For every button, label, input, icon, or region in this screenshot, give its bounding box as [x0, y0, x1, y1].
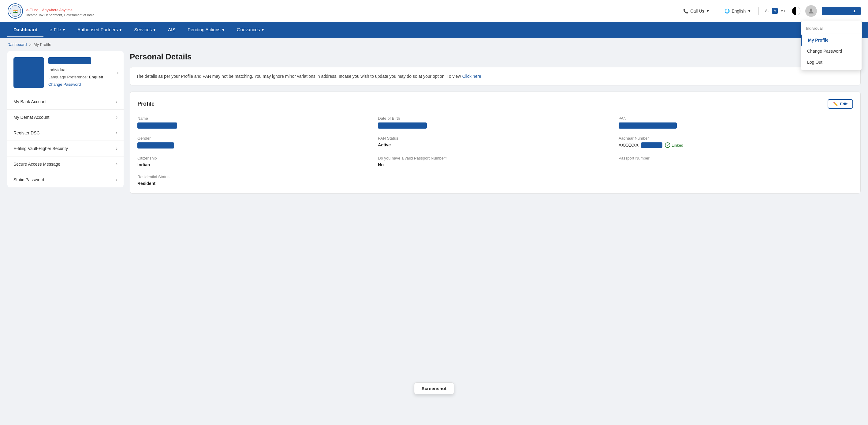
- username-blurred: [826, 8, 850, 13]
- logo-subtitle-text: Income Tax Department, Government of Ind…: [26, 13, 94, 17]
- tagline-text: Anywhere Anytime: [42, 8, 72, 12]
- nav-grievances[interactable]: Grievances ▾: [231, 23, 270, 38]
- lang-value: English: [89, 75, 103, 79]
- avatar[interactable]: [805, 5, 817, 17]
- sidebar-item-static-password[interactable]: Static Password ›: [7, 172, 124, 188]
- dropdown-my-profile[interactable]: My Profile: [801, 35, 862, 46]
- linked-label: Linked: [672, 143, 683, 148]
- section-header: Profile ✏️ Edit: [137, 99, 853, 109]
- field-name: Name: [137, 116, 372, 129]
- screenshot-button[interactable]: Screenshot: [414, 382, 454, 394]
- screenshot-label: Screenshot: [422, 386, 447, 391]
- dsc-chevron-icon: ›: [116, 130, 118, 136]
- sidebar: Individual Language Preference: English …: [7, 51, 124, 425]
- passport-number-value: --: [619, 162, 853, 167]
- nav-ais-label: AIS: [168, 27, 175, 32]
- user-menu-trigger[interactable]: ▲: [822, 7, 861, 15]
- sidebar-vault-label: E-filing Vault-Higher Security: [13, 146, 68, 151]
- nav-grievances-chevron: ▾: [261, 27, 264, 32]
- field-passport-number: Passport Number --: [619, 156, 853, 167]
- residential-status-label: Residential Status: [137, 174, 372, 179]
- lang-prefix: Language Preference:: [48, 75, 89, 79]
- efiling-text: e-Filing: [26, 8, 38, 12]
- name-label: Name: [137, 116, 372, 121]
- profile-card: Individual Language Preference: English …: [7, 51, 124, 188]
- sidebar-static-password-label: Static Password: [13, 177, 44, 182]
- field-aadhaar: Aadhaar Number XXXXXXX ✓ Linked: [619, 136, 853, 148]
- nav-efile[interactable]: e-File ▾: [43, 23, 71, 38]
- user-chevron-icon: ▲: [852, 8, 856, 13]
- profile-grid: Name Date of Birth PAN Gender: [137, 116, 853, 186]
- citizenship-value: Indian: [137, 162, 372, 167]
- font-controls: A- A A+: [764, 8, 787, 14]
- passport-question-label: Do you have a valid Passport Number?: [378, 156, 612, 161]
- dropdown-change-password[interactable]: Change Password: [801, 46, 862, 57]
- svg-point-3: [810, 8, 812, 11]
- gender-value-blurred: [137, 142, 174, 148]
- change-password-sidebar-link[interactable]: Change Password: [48, 82, 81, 87]
- sidebar-item-secure-access[interactable]: Secure Access Message ›: [7, 157, 124, 172]
- breadcrumb-dashboard-link[interactable]: Dashboard: [7, 42, 27, 47]
- nav-ais[interactable]: AIS: [162, 23, 181, 37]
- user-dropdown-menu: Individual My Profile Change Password Lo…: [801, 21, 862, 70]
- pan-status-label: PAN Status: [378, 136, 612, 141]
- nav-authorised-partners[interactable]: Authorised Partners ▾: [71, 23, 128, 38]
- aadhaar-blurred: [641, 142, 662, 148]
- sidebar-item-vault[interactable]: E-filing Vault-Higher Security ›: [7, 141, 124, 157]
- aadhaar-label: Aadhaar Number: [619, 136, 853, 141]
- header: 🇮🇳 e-Filing Anywhere Anytime Income Tax …: [0, 0, 868, 22]
- sidebar-item-register-dsc[interactable]: Register DSC ›: [7, 125, 124, 141]
- font-increase-button[interactable]: A+: [780, 8, 787, 14]
- dob-value-blurred: [378, 122, 427, 129]
- dob-label: Date of Birth: [378, 116, 612, 121]
- user-name-button[interactable]: ▲: [822, 7, 861, 15]
- main-content: Individual Language Preference: English …: [0, 51, 868, 425]
- content-area: Personal Details Com... The details as p…: [130, 51, 861, 425]
- nav-services[interactable]: Services ▾: [128, 23, 162, 38]
- font-decrease-button[interactable]: A-: [764, 8, 770, 14]
- sidebar-item-bank-account[interactable]: My Bank Account ›: [7, 94, 124, 110]
- field-citizenship: Citizenship Indian: [137, 156, 372, 167]
- nav-grievances-label: Grievances: [237, 27, 260, 32]
- contrast-button[interactable]: [792, 7, 800, 15]
- section-title: Profile: [137, 101, 155, 107]
- language-label: English: [732, 8, 746, 13]
- svg-text:🇮🇳: 🇮🇳: [13, 9, 18, 13]
- info-banner-text: The details as per your Profile and PAN …: [136, 74, 461, 79]
- field-gender: Gender: [137, 136, 372, 148]
- nav-dashboard[interactable]: Dashboard: [7, 23, 43, 37]
- profile-type-label: Individual: [48, 67, 118, 72]
- sidebar-item-demat-account[interactable]: My Demat Account ›: [7, 110, 124, 125]
- nav-dashboard-label: Dashboard: [13, 27, 37, 32]
- sidebar-secure-access-label: Secure Access Message: [13, 162, 60, 167]
- profile-name-blurred: [48, 57, 91, 64]
- language-button[interactable]: 🌐 English ▼: [722, 7, 753, 15]
- edit-button[interactable]: ✏️ Edit: [828, 99, 853, 109]
- profile-card-top[interactable]: Individual Language Preference: English …: [7, 51, 124, 94]
- nav-efile-chevron: ▾: [63, 27, 65, 32]
- logo-text: e-Filing Anywhere Anytime Income Tax Dep…: [26, 5, 94, 17]
- emblem-icon: 🇮🇳: [7, 3, 23, 19]
- call-us-button[interactable]: 📞 Call Us ▼: [681, 7, 712, 15]
- dropdown-log-out[interactable]: Log Out: [801, 57, 862, 68]
- nav-pending-actions-label: Pending Actions: [188, 27, 221, 32]
- name-value-blurred: [137, 122, 177, 129]
- field-passport-question: Do you have a valid Passport Number? No: [378, 156, 612, 167]
- nav-pending-actions[interactable]: Pending Actions ▾: [181, 23, 231, 38]
- breadcrumb-current: My Profile: [34, 42, 52, 47]
- demat-chevron-icon: ›: [116, 115, 118, 120]
- call-chevron-icon: ▼: [706, 9, 710, 13]
- nav-efile-label: e-File: [50, 27, 61, 32]
- profile-card-chevron-icon: ›: [117, 69, 119, 76]
- divider-1: [717, 7, 717, 15]
- phone-icon: 📞: [683, 8, 688, 13]
- profile-lang: Language Preference: English: [48, 75, 118, 79]
- static-password-chevron-icon: ›: [116, 177, 118, 182]
- user-icon: [807, 7, 815, 15]
- font-normal-button[interactable]: A: [772, 8, 778, 14]
- profile-section: Profile ✏️ Edit Name Date of Birth: [130, 91, 861, 194]
- sidebar-register-dsc-label: Register DSC: [13, 131, 40, 135]
- pan-status-value: Active: [378, 142, 612, 147]
- nav-partners-chevron: ▾: [119, 27, 122, 32]
- click-here-link[interactable]: Click here: [462, 74, 481, 79]
